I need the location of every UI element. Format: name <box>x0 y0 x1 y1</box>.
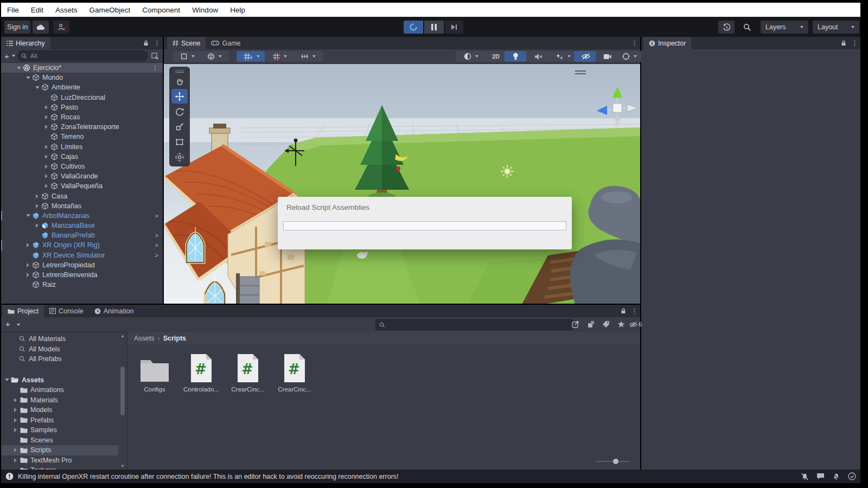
hierarchy-item-xr-device-simulator[interactable]: XR Device Simulator> <box>1 251 163 260</box>
expander-icon[interactable] <box>34 194 41 198</box>
status-bar[interactable]: Killing internal OpenXR restart coroutin… <box>1 470 860 483</box>
hierarchy-item-vallapeque-a[interactable]: VallaPequeña <box>1 181 163 191</box>
expander-icon[interactable] <box>34 86 41 89</box>
menu-edit[interactable]: Edit <box>25 6 49 14</box>
project-panel-divider[interactable] <box>127 332 127 470</box>
project-file-crearcinc-3[interactable]: #CrearCinc... <box>274 349 315 393</box>
project-folder-scenes[interactable]: Scenes <box>1 435 118 446</box>
search-by-label-icon[interactable] <box>602 320 610 328</box>
hierarchy-item-monta-as[interactable]: Montañas <box>1 201 163 211</box>
add-gameobject-button[interactable]: + <box>4 52 9 60</box>
expander-icon[interactable] <box>12 398 19 402</box>
expander-icon[interactable] <box>34 204 41 208</box>
prefab-open-chevron[interactable]: > <box>155 213 163 219</box>
project-folder-textures[interactable]: Textures <box>1 465 118 470</box>
item-menu-icon[interactable]: ⋮ <box>152 64 163 72</box>
expander-icon[interactable] <box>12 458 19 463</box>
favorites-star-icon[interactable] <box>617 320 625 328</box>
project-favorite-all-materials[interactable]: All Materials <box>1 334 118 344</box>
open-search-window-icon[interactable] <box>572 320 579 328</box>
project-file-configs-0[interactable]: Configs <box>134 349 175 393</box>
play-button[interactable] <box>404 21 423 34</box>
breadcrumb-scripts[interactable]: Scripts <box>163 335 186 342</box>
icon-size-slider[interactable] <box>596 459 629 464</box>
expander-icon[interactable] <box>24 243 31 247</box>
scene-viewport[interactable]: Reload Script Assemblies <box>164 64 640 304</box>
project-tree-scrollbar[interactable]: ▲ ▼ <box>119 334 126 468</box>
search-by-type-icon[interactable] <box>587 320 595 328</box>
orientation-gizmo[interactable] <box>592 82 640 132</box>
expander-icon[interactable] <box>43 145 50 149</box>
breadcrumb-assets[interactable]: Assets <box>134 335 155 342</box>
hierarchy-item-ambiente[interactable]: Ambiente <box>1 82 163 92</box>
gizmo-x-axis-cone[interactable] <box>627 104 638 112</box>
overlay-drag-handle[interactable] <box>575 70 586 74</box>
expander-icon[interactable] <box>24 214 31 217</box>
hierarchy-item-pasto[interactable]: Pasto <box>1 102 163 112</box>
menu-assets[interactable]: Assets <box>49 6 84 14</box>
hierarchy-item-cajas[interactable]: Cajas <box>1 152 163 162</box>
tab-animation[interactable]: Animation <box>89 305 139 317</box>
pause-button[interactable] <box>424 21 444 34</box>
inspector-menu-icon[interactable]: ⋮ <box>849 37 860 49</box>
gizmo-y-axis-cone[interactable] <box>612 87 622 98</box>
rotate-tool-button[interactable] <box>171 104 188 119</box>
lock-icon[interactable] <box>618 305 629 317</box>
gizmo-center-cube[interactable] <box>613 104 622 112</box>
hierarchy-item-luzdireccional[interactable]: LuzDireccional <box>1 93 163 102</box>
transform-tool-button[interactable] <box>171 150 188 164</box>
sign-in-button[interactable]: Sign in <box>4 21 30 34</box>
hidden-items-indicator[interactable]: 6 <box>629 321 642 328</box>
expander-icon[interactable] <box>43 105 50 110</box>
hierarchy-item-xr-origin-xr-rig[interactable]: XR Origin (XR Rig)> <box>1 240 163 250</box>
project-search-field[interactable] <box>375 319 573 330</box>
tab-inspector[interactable]: Inspector <box>643 37 691 49</box>
tool-handle-position-dropdown[interactable] <box>173 51 202 62</box>
tool-handle-rotation-dropdown[interactable] <box>200 51 229 62</box>
hand-tool-button[interactable] <box>171 74 188 88</box>
expander-icon[interactable] <box>43 174 50 178</box>
create-dropdown-icon[interactable] <box>17 324 20 326</box>
draw-mode-dropdown[interactable] <box>456 51 486 62</box>
create-asset-button[interactable]: + <box>5 319 10 329</box>
hierarchy-item-mundo[interactable]: Mundo <box>1 73 163 82</box>
scene-audio-button[interactable] <box>526 51 550 62</box>
scene-lighting-button[interactable] <box>505 51 526 62</box>
tab-game[interactable]: Game <box>206 37 246 49</box>
hierarchy-search-field[interactable] <box>17 50 148 61</box>
prefab-open-chevron[interactable]: > <box>155 252 163 259</box>
project-folder-prefabs[interactable]: Prefabs <box>1 415 118 426</box>
search-button[interactable] <box>739 21 755 34</box>
expander-icon[interactable] <box>24 76 31 79</box>
snap-settings-dropdown[interactable] <box>265 51 295 62</box>
hierarchy-item-terreno[interactable]: Terreno <box>1 132 163 142</box>
project-folder-materials[interactable]: Materials <box>1 395 118 406</box>
menu-file[interactable]: File <box>1 6 25 14</box>
add-dropdown-icon[interactable] <box>12 55 15 57</box>
hierarchy-item-vallagrande[interactable]: VallaGrande <box>1 171 163 181</box>
gizmo-down-cone[interactable] <box>614 117 621 128</box>
toggle-2d-button[interactable]: 2D <box>485 51 507 62</box>
hierarchy-menu-icon[interactable]: ⋮ <box>151 37 163 49</box>
expander-icon[interactable] <box>24 263 31 267</box>
grid-visibility-dropdown[interactable]: Y <box>237 51 267 62</box>
hierarchy-search-input[interactable] <box>29 52 144 60</box>
project-favorite-all-prefabs[interactable]: All Prefabs <box>1 354 118 364</box>
menu-help[interactable]: Help <box>224 6 251 14</box>
collab-button[interactable] <box>53 21 69 34</box>
hierarchy-item-zonateletransporte[interactable]: ZonaTeletransporte <box>1 122 163 132</box>
palette-drag-handle[interactable] <box>169 69 190 73</box>
expander-icon[interactable] <box>24 273 31 277</box>
expander-icon[interactable] <box>43 184 50 188</box>
project-folder-assets[interactable]: Assets <box>1 375 118 386</box>
move-tool-button[interactable] <box>171 89 188 104</box>
undo-history-button[interactable] <box>718 21 735 34</box>
layers-dropdown[interactable]: Layers <box>761 21 808 34</box>
hierarchy-item-manzanabase[interactable]: ManzanaBase <box>1 221 163 230</box>
menu-component[interactable]: Component <box>136 6 186 14</box>
expander-icon[interactable] <box>12 408 19 412</box>
tab-scene[interactable]: Scene <box>167 37 206 49</box>
hierarchy-item-letrerobienvenida[interactable]: LetreroBienvenida <box>1 270 163 280</box>
project-folder-textmesh-pro[interactable]: TextMesh Pro <box>1 455 118 466</box>
project-folder-models[interactable]: Models <box>1 405 118 415</box>
